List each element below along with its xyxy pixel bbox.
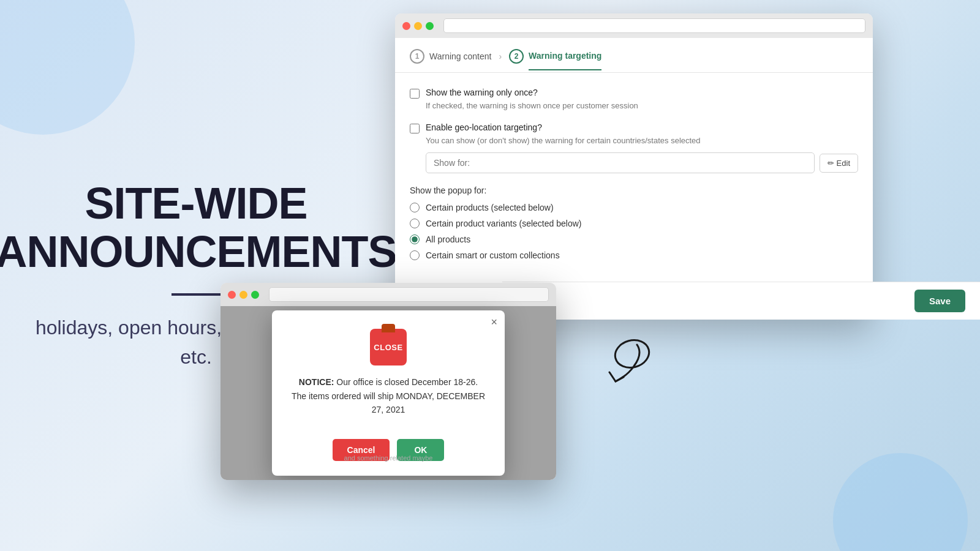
deco-circle-bottomright	[833, 453, 968, 551]
step1-item[interactable]: 1 Warning content	[410, 49, 491, 72]
radio-collections: Certain smart or custom collections	[410, 250, 858, 260]
geo-checkbox-row: Enable geo-location targeting?	[410, 122, 858, 133]
browser-content: 1 Warning content › 2 Warning targeting …	[395, 38, 873, 320]
radio-certain-variants-label: Certain product variants (selected below…	[426, 219, 581, 228]
popup-demo-bg: (Working Hours Warning Demo) × CLOSE NOT…	[221, 306, 556, 480]
popup-for-row: Show the popup for: Certain products (se…	[410, 186, 858, 260]
show-once-checkbox-row: Show the warning only once?	[410, 88, 858, 99]
step-chevron: ›	[499, 51, 502, 70]
dot-yellow[interactable]	[414, 22, 422, 30]
close-sign-label: CLOSE	[374, 343, 402, 352]
modal-footer: Cancel OK	[272, 429, 505, 476]
radio-collections-label: Certain smart or custom collections	[426, 250, 560, 260]
show-once-row: Show the warning only once? If checked, …	[410, 88, 858, 110]
browser-window-main: 1 Warning content › 2 Warning targeting …	[395, 13, 873, 320]
save-bar: Save	[502, 282, 980, 320]
popup-dot-red[interactable]	[228, 291, 236, 299]
show-once-checkbox[interactable]	[410, 89, 420, 99]
radio-all-products: All products	[410, 234, 858, 244]
popup-dot-green[interactable]	[251, 291, 259, 299]
step2-item[interactable]: 2 Warning targeting	[509, 49, 601, 72]
dot-red[interactable]	[402, 22, 410, 30]
svg-point-0	[612, 337, 652, 372]
radio-certain-products-input[interactable]	[410, 203, 420, 212]
show-for-input[interactable]	[426, 152, 815, 173]
radio-certain-products: Certain products (selected below)	[410, 203, 858, 212]
edit-icon: ✏	[827, 159, 834, 168]
url-bar[interactable]	[443, 18, 865, 33]
save-button[interactable]: Save	[914, 290, 965, 312]
show-for-container: ✏ Edit	[426, 152, 858, 173]
browser-titlebar-main	[395, 13, 873, 38]
radio-certain-variants-input[interactable]	[410, 219, 420, 228]
step2-circle: 2	[509, 49, 524, 64]
geo-checkbox[interactable]	[410, 124, 420, 133]
modal-close-button[interactable]: ×	[491, 317, 497, 328]
steps-nav: 1 Warning content › 2 Warning targeting	[395, 38, 873, 73]
browser-titlebar-popup	[221, 283, 556, 306]
popup-url-bar[interactable]	[269, 287, 549, 302]
step1-circle: 1	[410, 49, 424, 64]
geo-label: Enable geo-location targeting?	[426, 122, 542, 132]
show-once-label: Show the warning only once?	[426, 88, 538, 97]
radio-all-products-label: All products	[426, 234, 470, 244]
close-sign-icon: CLOSE	[370, 329, 407, 365]
divider	[172, 293, 221, 296]
form-area: Show the warning only once? If checked, …	[395, 73, 873, 287]
modal-notice: NOTICE: Our office is closed December 18…	[290, 375, 486, 416]
main-heading: SITE-WIDE ANNOUNCEMENTS	[0, 179, 397, 276]
browser-window-popup: (Working Hours Warning Demo) × CLOSE NOT…	[221, 283, 556, 480]
popup-dot-yellow[interactable]	[239, 291, 247, 299]
modal-body: CLOSE NOTICE: Our office is closed Decem…	[272, 310, 505, 429]
dot-green[interactable]	[426, 22, 434, 30]
show-once-desc: If checked, the warning is shown once pe…	[426, 101, 858, 110]
modal-notice-bold: NOTICE:	[299, 377, 334, 387]
step2-label: Warning targeting	[529, 51, 601, 70]
popup-for-label: Show the popup for:	[410, 186, 858, 195]
arrow-annotation	[582, 335, 655, 397]
geo-targeting-row: Enable geo-location targeting? You can s…	[410, 122, 858, 173]
radio-collections-input[interactable]	[410, 250, 420, 260]
radio-certain-products-label: Certain products (selected below)	[426, 203, 554, 212]
geo-desc: You can show (or don't show) the warning…	[426, 136, 858, 145]
radio-certain-variants: Certain product variants (selected below…	[410, 219, 858, 228]
step1-label: Warning content	[429, 51, 491, 61]
edit-label: Edit	[837, 159, 850, 168]
edit-button[interactable]: ✏ Edit	[820, 154, 858, 173]
radio-all-products-input[interactable]	[410, 234, 420, 244]
modal-dialog: × CLOSE NOTICE: Our office is closed Dec…	[272, 310, 505, 475]
popup-bg-text2: and something related maybe	[344, 454, 433, 462]
